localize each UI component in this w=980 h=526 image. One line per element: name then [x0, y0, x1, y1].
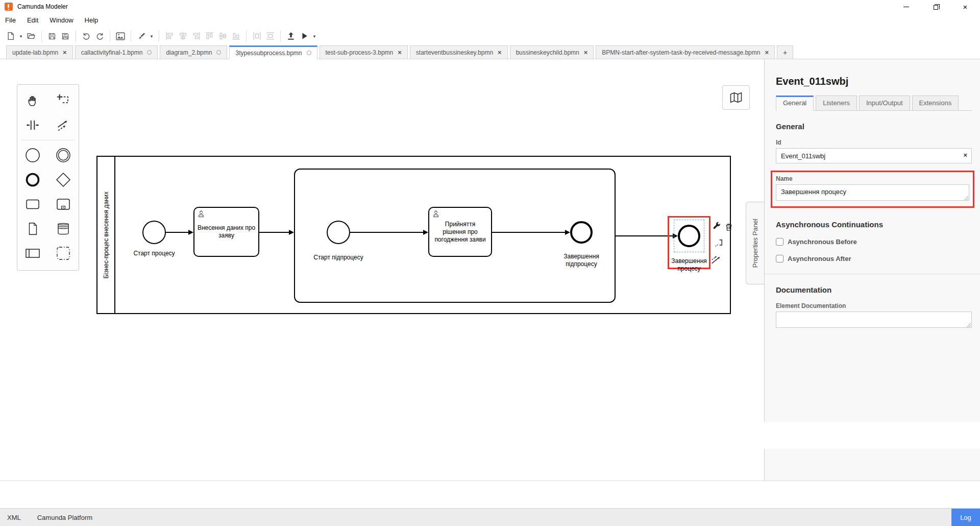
set-color-button[interactable] [135, 29, 148, 43]
sequence-flow-arrowhead [188, 230, 193, 235]
minimize-button[interactable] [891, 0, 921, 13]
context-pad-connect-icon[interactable] [710, 251, 722, 267]
palette-create-start-event[interactable] [17, 143, 48, 168]
unsaved-indicator-icon [307, 51, 311, 55]
palette-create-end-event[interactable] [17, 168, 48, 192]
tab-bpmn-start-after-system-task[interactable]: BPMN-start-after-system-task-by-received… [596, 45, 775, 59]
tab-test-sub-process-3[interactable]: test-sub-process-3.bpmn × [320, 45, 408, 59]
bpmn-lane-header[interactable]: Бізнес-процес внесення даних [97, 157, 115, 313]
asynchronous-after-checkbox[interactable] [776, 255, 783, 262]
element-documentation-input[interactable] [776, 312, 972, 328]
redo-button[interactable] [93, 29, 106, 43]
tab-close-icon[interactable]: × [765, 49, 769, 56]
properties-tab-input-output[interactable]: Input/Output [859, 95, 910, 110]
tab-starteventbussineskey[interactable]: starteventbussineskey.bpmn × [410, 45, 508, 59]
sequence-flow[interactable] [350, 232, 424, 233]
properties-tab-general[interactable]: General [776, 95, 814, 111]
palette-create-task[interactable] [17, 192, 48, 217]
distribute-horizontal-button[interactable] [250, 29, 263, 43]
palette-create-subprocess[interactable] [48, 192, 79, 217]
sequence-flow[interactable] [616, 235, 673, 236]
properties-tab-extensions[interactable]: Extensions [912, 95, 959, 110]
start-instance-dropdown-caret[interactable]: ▾ [311, 29, 318, 43]
bpmn-sub-end-event[interactable] [570, 221, 593, 244]
tab-close-icon[interactable]: × [584, 49, 588, 56]
name-label: Name [776, 175, 969, 182]
context-pad-trash-icon[interactable] [724, 222, 733, 233]
close-icon: × [963, 3, 968, 11]
unsaved-indicator-icon [147, 50, 152, 55]
align-left-button[interactable] [163, 29, 176, 43]
sequence-flow[interactable] [166, 232, 189, 233]
title-bar: Camunda Modeler × [0, 0, 980, 13]
close-button[interactable]: × [950, 0, 980, 13]
align-top-button[interactable] [203, 29, 216, 43]
general-section-heading: General [776, 122, 972, 131]
bpmn-user-task-enter-data[interactable]: Внесення даних про заяву [193, 207, 259, 257]
element-id-heading: Event_011swbj [776, 59, 972, 87]
tab-close-icon[interactable]: × [398, 49, 402, 56]
align-bottom-button[interactable] [229, 29, 242, 43]
restore-button[interactable] [921, 0, 950, 13]
sequence-flow[interactable] [492, 232, 566, 233]
unsaved-indicator-icon [216, 50, 221, 55]
distribute-vertical-button[interactable] [263, 29, 277, 43]
documentation-section-heading: Documentation [776, 285, 972, 294]
tab-close-icon[interactable]: × [63, 49, 67, 56]
bpmn-end-event-selected[interactable] [678, 225, 700, 247]
palette-create-data-object[interactable] [17, 217, 48, 241]
log-toggle-button[interactable]: Log [951, 509, 980, 526]
export-image-button[interactable] [114, 29, 127, 43]
properties-tab-listeners[interactable]: Listeners [816, 95, 857, 110]
bpmn-user-task-decision[interactable]: Прийняття рішення про погодження заяви [428, 207, 492, 257]
tab-update-lab[interactable]: update-lab.bpmn × [6, 45, 73, 59]
palette-create-group[interactable] [48, 241, 79, 266]
properties-panel: Event_011swbj General Listeners Input/Ou… [764, 59, 980, 481]
new-file-button[interactable] [4, 29, 17, 43]
save-button[interactable] [45, 29, 59, 43]
start-instance-button[interactable] [298, 29, 311, 43]
align-right-button[interactable] [189, 29, 203, 43]
clear-id-icon[interactable]: × [963, 152, 967, 158]
palette-create-gateway[interactable] [48, 168, 79, 192]
undo-button[interactable] [80, 29, 93, 43]
palette-lasso-tool[interactable] [48, 88, 79, 113]
xml-view-toggle[interactable]: XML [0, 514, 28, 521]
tab-3typessubprocess[interactable]: 3typessubprocess.bpmn [229, 45, 317, 59]
id-input[interactable] [776, 148, 972, 163]
menu-file[interactable]: File [0, 15, 21, 26]
palette-create-data-store[interactable] [48, 217, 79, 241]
align-middle-button[interactable] [216, 29, 229, 43]
asynchronous-before-checkbox[interactable] [776, 238, 783, 246]
bpmn-start-event[interactable] [142, 221, 166, 244]
bpmn-sub-start-event[interactable] [327, 221, 350, 244]
context-pad-text-annotation-icon[interactable] [715, 237, 723, 250]
minimap-toggle-button[interactable] [722, 85, 750, 110]
set-color-dropdown-caret[interactable]: ▾ [148, 29, 155, 43]
menu-edit[interactable]: Edit [21, 15, 44, 26]
palette-hand-tool[interactable] [17, 88, 48, 113]
menu-window[interactable]: Window [44, 15, 79, 26]
highlight-box-name-field: Name Завершення процесу [771, 171, 974, 208]
new-tab-button[interactable]: + [777, 45, 793, 59]
end-event-label: Завершення процесу [669, 257, 709, 273]
tab-callactivityfinal-1[interactable]: callactivityfinal-1.bpmn [75, 45, 158, 59]
menu-help[interactable]: Help [79, 15, 104, 26]
palette-create-intermediate-event[interactable] [48, 143, 79, 168]
save-as-button[interactable] [59, 29, 72, 43]
tab-diagram-2[interactable]: diagram_2.bpmn [160, 45, 227, 59]
new-file-dropdown-caret[interactable]: ▾ [17, 29, 24, 43]
bpmn-canvas[interactable]: Бізнес-процес внесення даних Старт проце… [0, 59, 764, 481]
palette-global-connect-tool[interactable] [48, 113, 79, 137]
name-input[interactable]: Завершення процесу [776, 184, 969, 201]
palette-create-participant[interactable] [17, 241, 48, 266]
deploy-button[interactable] [284, 29, 298, 43]
open-file-button[interactable] [24, 29, 38, 43]
properties-panel-toggle[interactable]: Properties Panel [746, 202, 764, 284]
palette-space-tool[interactable] [17, 113, 48, 137]
tab-bussineskeychild[interactable]: bussineskeychild.bpmn × [510, 45, 594, 59]
align-center-button[interactable] [176, 29, 189, 43]
sequence-flow[interactable] [259, 232, 289, 233]
context-pad-wrench-icon[interactable] [713, 221, 721, 231]
tab-close-icon[interactable]: × [498, 49, 502, 56]
